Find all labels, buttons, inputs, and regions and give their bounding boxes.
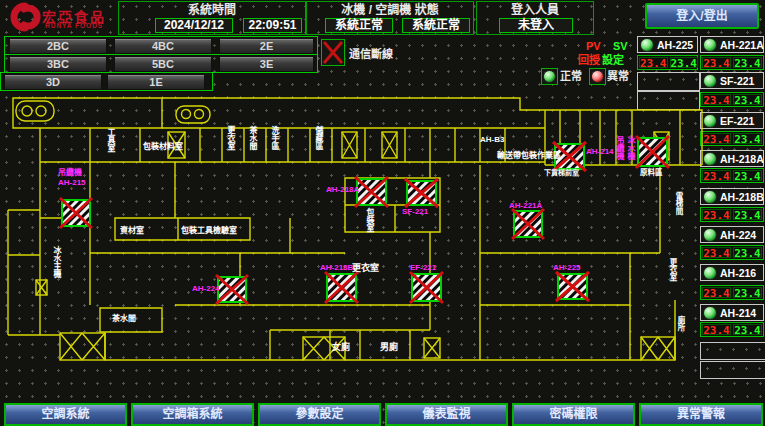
login-logout-button[interactable]: 登入/登出 <box>645 3 759 29</box>
system-time-section: 系統時間 2024/12/12 22:09:51 <box>118 1 306 35</box>
room-label: 資材室 <box>120 226 144 235</box>
scada-screen: { "header": { "logo": {"brand": "宏亞食品", … <box>0 0 765 426</box>
machine-status-section: 冰機 / 空調機 狀態 系統正常 系統正常 <box>306 1 474 35</box>
room-label: AH-B3 <box>480 135 504 144</box>
room-label: 廁所 <box>676 316 685 331</box>
room-label: 洗手區 <box>270 126 279 150</box>
login-user-value: 未登入 <box>499 18 573 33</box>
equipment-label: 吊纜機 <box>615 136 624 160</box>
system-time-label: 系統時間 <box>119 3 305 17</box>
equipment-hoist-chiller[interactable] <box>636 136 669 168</box>
equipment-ah-224[interactable] <box>216 275 248 304</box>
equipment-label: 冰水機 <box>626 136 635 160</box>
machine-status-label: 冰機 / 空調機 狀態 <box>307 3 473 17</box>
equipment-ah-218b[interactable] <box>325 272 358 303</box>
escalator-icon <box>16 101 210 123</box>
system-clock-value: 22:09:51 <box>243 18 302 33</box>
room-label: 輸送帶包裝作業區 <box>497 151 561 160</box>
room-label: 茶水間 <box>112 314 136 323</box>
room-label: 儲藏區 <box>314 126 323 150</box>
room-label: 工具室 <box>106 128 115 152</box>
room-label: 電梯間 <box>674 192 683 215</box>
logo: 宏亞食品 HUNYA FOODS <box>2 1 116 33</box>
hunya-logo-icon <box>4 1 42 33</box>
equipment-label: AH-225 <box>553 263 581 272</box>
ac-status-value: 系統正常 <box>402 18 470 33</box>
equipment-label: AH-215 <box>58 178 86 187</box>
equipment-label: AH-221A <box>509 201 542 210</box>
room-label: 茶水間 <box>248 126 257 150</box>
header-bar: 宏亞食品 HUNYA FOODS 系統時間 2024/12/12 22:09:5… <box>0 0 765 35</box>
room-label: 包裝材料室 <box>143 142 183 151</box>
room-label: 包裝工具檢驗室 <box>181 226 237 235</box>
room-label: 女廁 <box>332 343 350 352</box>
equipment-ah-221a[interactable] <box>512 209 544 239</box>
equipment-label: EF-221 <box>410 263 436 272</box>
room-label: 更衣室 <box>352 264 379 273</box>
equipment-label: AH-218B <box>320 263 353 272</box>
room-label: 原料區 <box>640 168 663 177</box>
equipment-ah-218a[interactable] <box>355 177 388 207</box>
equipment-ah-225[interactable] <box>556 272 589 301</box>
equipment-label: AH-218A <box>326 185 359 194</box>
equipment-label: 吊纜機 <box>58 168 82 177</box>
system-date-value: 2024/12/12 <box>155 18 233 33</box>
equipment-ah-215[interactable] <box>60 198 92 228</box>
equipment-label: AH-224 <box>192 284 220 293</box>
room-label: 下貨梯前室 <box>544 168 579 177</box>
brand-name-en: HUNYA FOODS <box>45 22 103 29</box>
room-label: 冰水主機 <box>52 246 61 278</box>
equipment-sf-221[interactable] <box>405 179 438 207</box>
room-label: 更衣室 <box>668 258 677 281</box>
equipment-ef-221[interactable] <box>410 272 443 303</box>
room-label: 男廁 <box>380 343 398 352</box>
equipment-label: SF-221 <box>402 207 428 216</box>
login-label: 登入人員 <box>477 3 593 17</box>
login-section: 登入人員 未登入 <box>476 1 594 35</box>
equipment-label: AH-214 <box>586 147 614 156</box>
floor-plan <box>0 0 765 426</box>
chiller-status-value: 系統正常 <box>325 18 393 33</box>
room-label: 更衣室 <box>226 126 235 150</box>
room-label: 包裝室 <box>365 208 374 232</box>
